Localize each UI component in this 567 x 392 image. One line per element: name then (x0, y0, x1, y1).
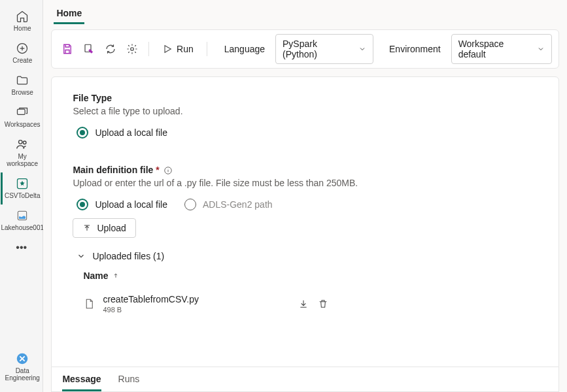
language-value: PySpark (Python) (283, 39, 352, 59)
download-button[interactable] (298, 299, 309, 309)
tab-runs[interactable]: Runs (118, 374, 140, 391)
radio-label: ADLS-Gen2 path (203, 199, 273, 210)
sort-up-icon (112, 272, 119, 279)
sidebar: Home Create Browse Workspaces My workspa… (0, 0, 43, 392)
environment-dropdown[interactable]: Workspace default (451, 34, 552, 64)
file-icon (83, 298, 95, 310)
sidebar-label: CSVToDelta (5, 192, 40, 199)
file-size: 498 B (103, 306, 199, 314)
svg-rect-1 (18, 109, 26, 114)
folder-icon (15, 73, 29, 88)
people-icon (15, 137, 29, 152)
file-type-option-local[interactable]: Upload a local file (77, 127, 538, 139)
environment-value: Workspace default (458, 39, 530, 59)
refresh-button[interactable] (101, 40, 119, 58)
main-def-title: Main definition file * (73, 165, 538, 175)
sidebar-item-home[interactable]: Home (1, 5, 43, 37)
chevron-down-icon (358, 45, 366, 53)
workspaces-icon (15, 105, 29, 120)
uploaded-files-label: Uploaded files (1) (92, 251, 164, 261)
sidebar-label: Create (12, 57, 32, 64)
divider (207, 42, 207, 56)
bottom-tabs: Message Runs (51, 367, 559, 392)
file-type-title: File Type (73, 93, 538, 103)
sidebar-label: Home (14, 25, 31, 32)
header: Home (43, 0, 567, 24)
radio-icon (77, 127, 88, 139)
sidebar-item-data-engineering[interactable]: Data Engineering (1, 348, 43, 387)
language-label: Language (224, 44, 265, 54)
main-def-option-local[interactable]: Upload a local file (77, 199, 167, 210)
settings-button[interactable] (123, 40, 141, 58)
upload-button[interactable]: Upload (73, 218, 135, 238)
file-name: createTablefromCSV.py (103, 294, 199, 304)
uploaded-files-toggle[interactable]: Uploaded files (1) (77, 251, 538, 261)
sidebar-label: Workspaces (5, 121, 41, 128)
svg-point-2 (19, 140, 23, 144)
sidebar-label: Lakehouse001 (1, 224, 44, 231)
sidebar-item-browse[interactable]: Browse (1, 69, 43, 101)
sidebar-label: Browse (12, 89, 33, 96)
radio-icon (77, 199, 88, 210)
language-dropdown[interactable]: PySpark (Python) (275, 34, 373, 64)
divider (148, 42, 149, 56)
sidebar-item-csvtodelta[interactable]: CSVToDelta (1, 172, 43, 204)
sidebar-item-workspaces[interactable]: Workspaces (1, 101, 43, 133)
environment-label: Environment (389, 44, 441, 54)
toolbar: Run Language PySpark (Python) Environmen… (51, 29, 559, 69)
lakehouse-icon (15, 208, 29, 223)
main-def-option-adls[interactable]: ADLS-Gen2 path (184, 199, 273, 210)
run-label: Run (177, 44, 194, 54)
data-engineering-icon (15, 351, 29, 366)
play-icon (162, 44, 173, 54)
content-card: File Type Select a file type to upload. … (51, 76, 559, 367)
home-icon (15, 9, 29, 24)
file-type-desc: Select a file type to upload. (73, 106, 538, 116)
main-def-desc: Upload or enter the url of a .py file. F… (73, 178, 538, 188)
upload-label: Upload (97, 223, 126, 233)
sidebar-label: Data Engineering (3, 367, 43, 382)
file-row: createTablefromCSV.py 498 B (83, 289, 538, 319)
svg-point-8 (130, 48, 133, 51)
plus-circle-icon (15, 41, 29, 56)
upload-icon (82, 223, 92, 233)
main: Home Run Language PySpark (Python) Envir… (43, 0, 567, 392)
radio-icon (184, 199, 196, 210)
save-button[interactable] (58, 40, 76, 58)
column-name[interactable]: Name (83, 261, 538, 289)
radio-label: Upload a local file (95, 199, 167, 210)
tab-message[interactable]: Message (62, 374, 101, 391)
sidebar-label: My workspace (3, 153, 43, 167)
delete-button[interactable] (318, 299, 328, 309)
tab-home[interactable]: Home (54, 3, 84, 24)
sidebar-more[interactable]: ••• (0, 237, 43, 259)
sidebar-item-create[interactable]: Create (1, 37, 43, 69)
run-button[interactable]: Run (157, 41, 199, 57)
chevron-down-icon (537, 45, 545, 53)
radio-label: Upload a local file (95, 127, 167, 138)
edit-button[interactable] (80, 40, 97, 58)
chevron-down-icon (77, 252, 86, 261)
required-asterisk: * (156, 165, 159, 175)
sidebar-item-lakehouse[interactable]: Lakehouse001 (1, 204, 43, 237)
spark-icon (15, 176, 29, 191)
info-icon[interactable] (163, 166, 173, 175)
sidebar-item-my-workspace[interactable]: My workspace (1, 133, 43, 172)
svg-point-3 (24, 141, 27, 144)
